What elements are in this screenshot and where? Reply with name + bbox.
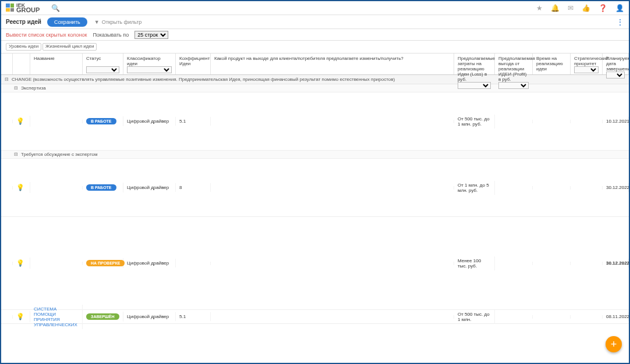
- group-header[interactable]: ⊟ CHANGE (возможность осуществлять управ…: [1, 75, 629, 84]
- class-filter[interactable]: [127, 66, 172, 73]
- app-logo[interactable]: IEK GROUP: [6, 3, 40, 13]
- bulb-icon: 💡: [16, 184, 24, 191]
- subgroup-header[interactable]: ⊟ Экспертиза: [1, 84, 629, 92]
- subgroup-header[interactable]: ⊟ Требуется обсуждение с экспертом: [1, 151, 629, 159]
- collapse-icon[interactable]: ⊟: [13, 152, 19, 157]
- status-badge: В РАБОТЕ: [86, 184, 116, 191]
- col-profit[interactable]: Предполагаемая выгода от реализации ИДЕИ…: [495, 53, 533, 74]
- page-title: Реестр идей: [6, 19, 41, 25]
- table-header: Название Статус Классификатор идеи Коэфф…: [1, 53, 629, 75]
- table-row[interactable]: 💡 В РАБОТЕ Цифровой драйвер 8 От 1 млн. …: [1, 159, 629, 217]
- table-row[interactable]: 💡 НА ПРОВЕРКЕ Цифровой драйвер Менее 100…: [1, 217, 629, 310]
- bulb-icon: 💡: [16, 259, 24, 267]
- col-time[interactable]: Время на реализацию идеи: [533, 53, 571, 74]
- col-cost[interactable]: Предполагаемые затраты на реализацию Иде…: [454, 53, 495, 74]
- mail-icon[interactable]: ✉: [568, 4, 574, 12]
- col-expand: [1, 53, 13, 74]
- date-filter[interactable]: [606, 72, 625, 78]
- status-badge: НА ПРОВЕРКЕ: [86, 260, 125, 266]
- add-button[interactable]: +: [606, 336, 622, 352]
- filter-icon: ▼: [94, 19, 100, 25]
- table-row[interactable]: 💡 СИСТЕМА ПОМОЩИ ПРИНЯТИЯ УПРАВЛЕНЧЕСКИХ…: [1, 310, 629, 324]
- status-filter[interactable]: [86, 66, 119, 73]
- col-class[interactable]: Классификатор идеи: [123, 53, 176, 74]
- bulb-icon: 💡: [16, 117, 24, 125]
- open-filter-link[interactable]: ▼ Открыть фильтр: [94, 19, 142, 25]
- bulb-icon: 💡: [16, 313, 24, 320]
- collapse-icon[interactable]: ⊟: [3, 77, 9, 82]
- collapse-icon[interactable]: ⊟: [13, 85, 19, 91]
- rows-per-page-select[interactable]: 25 строк: [135, 31, 168, 39]
- star-icon[interactable]: ★: [536, 4, 543, 12]
- kebab-menu-icon[interactable]: ⋮: [616, 17, 624, 27]
- cost-filter[interactable]: [458, 82, 491, 89]
- hidden-columns-link[interactable]: Вывести список скрытых колонок: [6, 32, 87, 38]
- logo-icon: [6, 3, 14, 12]
- status-badge: ЗАВЕРШЁН: [86, 313, 119, 320]
- idea-link[interactable]: СИСТЕМА ПОМОЩИ ПРИНЯТИЯ УПРАВЛЕНЧЕСКИХ: [34, 306, 79, 327]
- col-status[interactable]: Статус: [83, 53, 123, 74]
- save-button[interactable]: Сохранить: [47, 17, 87, 27]
- col-coef[interactable]: Коэффициент Идеи: [176, 53, 211, 74]
- help-icon[interactable]: ❓: [599, 4, 607, 12]
- user-icon[interactable]: 👤: [615, 4, 624, 12]
- col-date[interactable]: Планируемая дата завершения: [603, 53, 629, 74]
- col-bulb: [13, 53, 30, 74]
- thumbs-icon[interactable]: 👍: [582, 4, 590, 12]
- col-name[interactable]: Название: [30, 53, 83, 74]
- search-icon[interactable]: 🔍: [51, 4, 60, 12]
- bell-icon[interactable]: 🔔: [551, 4, 560, 12]
- strat-filter[interactable]: [574, 66, 599, 73]
- table-row[interactable]: 💡 В РАБОТЕ Цифровой драйвер 5.1 От 500 т…: [1, 92, 629, 151]
- col-product[interactable]: Какой продукт на выходе для клиента/потр…: [211, 53, 454, 74]
- level-chip[interactable]: Уровень идеи: [6, 43, 41, 51]
- rows-per-page-label: Показывать по: [93, 32, 129, 38]
- col-strat[interactable]: Стратегический приоритет: [571, 53, 603, 74]
- profit-filter[interactable]: [498, 82, 529, 89]
- logo-text: IEK GROUP: [16, 3, 40, 13]
- lifecycle-chip[interactable]: Жизненный цикл идеи: [43, 43, 97, 51]
- status-badge: В РАБОТЕ: [86, 118, 116, 124]
- plus-icon: +: [611, 338, 617, 351]
